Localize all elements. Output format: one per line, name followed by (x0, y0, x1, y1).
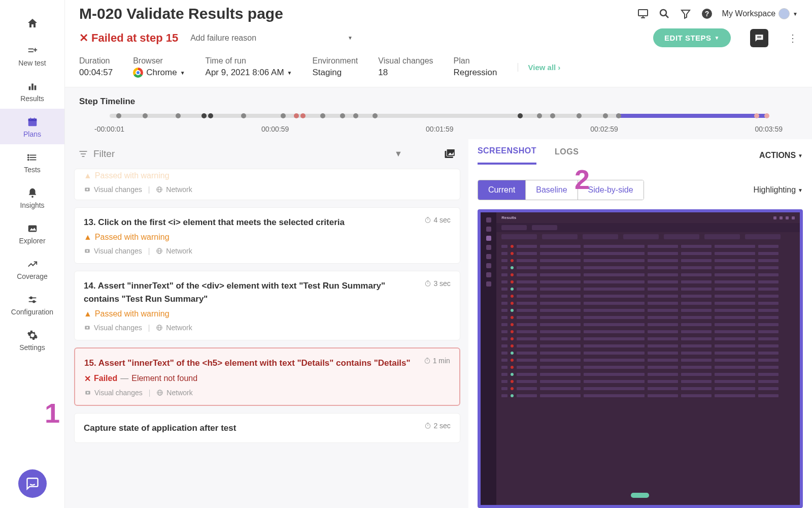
svg-point-14 (27, 155, 28, 156)
svg-point-27 (660, 10, 666, 16)
tab-logs[interactable]: LOGS (555, 147, 579, 164)
svg-line-28 (665, 15, 668, 18)
monitor-icon[interactable] (637, 8, 649, 20)
sidebar-item-tests[interactable]: Tests (0, 144, 64, 180)
gallery-icon[interactable] (443, 146, 457, 162)
network-link[interactable]: Network (156, 247, 192, 255)
plan-value: Regression (454, 68, 497, 78)
step-card[interactable]: ▲ Passed with warning Visual changes | N… (74, 169, 460, 200)
workspace-label: My Workspace (722, 9, 776, 18)
visual-changes-link[interactable]: Visual changes (84, 185, 142, 194)
visual-changes-link[interactable]: Visual changes (84, 247, 142, 255)
annotation-1: 1 (45, 397, 60, 429)
sidebar-item-results[interactable]: Results (0, 73, 64, 109)
warning-icon: ▲ (84, 309, 92, 319)
visual-changes-link[interactable]: Visual changes (84, 389, 143, 397)
gear-icon (27, 328, 38, 341)
caret-down-icon: ▼ (715, 35, 720, 41)
svg-point-57 (86, 327, 88, 329)
step-card-failed[interactable]: 15. Assert "innerText" of the <h5> eleme… (74, 347, 460, 406)
step-duration: 2 sec (424, 422, 450, 430)
network-link[interactable]: Network (156, 324, 192, 332)
workspace-picker[interactable]: My Workspace ▼ (722, 8, 798, 19)
x-icon: ✕ (79, 31, 88, 45)
svg-rect-8 (28, 119, 37, 121)
status-text: Failed at step 15 (91, 31, 178, 45)
sidebar-item-explorer[interactable]: Explorer (0, 215, 64, 251)
step-status-warn: ▲ Passed with warning (84, 309, 451, 319)
step-status-fail: ✕ Failed — Element not found (84, 374, 450, 384)
svg-text:?: ? (704, 10, 709, 18)
step-card[interactable]: 14. Assert "innerText" of the <div> elem… (74, 271, 460, 340)
step-duration: 4 sec (424, 216, 450, 224)
network-link[interactable]: Network (156, 185, 192, 194)
seg-baseline[interactable]: Baseline (526, 180, 578, 200)
visual-changes-link[interactable]: Visual changes (84, 324, 142, 332)
comments-button[interactable] (750, 29, 768, 47)
calendar-icon (27, 115, 38, 128)
caret-down-icon: ▼ (180, 70, 185, 76)
sidebar: New test Results Plans Tests Insights (0, 0, 65, 508)
help-icon[interactable]: ? (701, 8, 713, 20)
duration-value: 00:04:57 (79, 68, 113, 78)
screenshot-image[interactable]: Results (478, 209, 803, 508)
timeline-section: Step Timeline (65, 87, 812, 139)
step-duration: 3 sec (424, 279, 450, 288)
more-menu-button[interactable]: ⋮ (788, 32, 798, 44)
step-duration: 1 min (424, 357, 450, 365)
svg-rect-18 (28, 226, 37, 232)
x-icon: ✕ (84, 374, 91, 384)
browser-label: Browser (133, 56, 185, 66)
step-title: 13. Click on the first <i> element that … (84, 216, 419, 229)
sidebar-item-insights[interactable]: Insights (0, 180, 64, 215)
meta-row: Duration 00:04:57 Browser Chrome ▼ Time … (79, 56, 798, 87)
view-all-link[interactable]: View all › (518, 63, 561, 72)
timeline-bar[interactable] (110, 114, 767, 118)
bell-icon (27, 186, 38, 199)
actions-dropdown[interactable]: ACTIONS ▼ (759, 151, 803, 160)
step-status-warn: ▲ Passed with warning (84, 171, 451, 180)
timeline-title: Step Timeline (79, 97, 798, 107)
svg-point-41 (86, 188, 88, 190)
chat-widget[interactable] (18, 469, 47, 498)
svg-point-17 (31, 196, 33, 198)
sidebar-item-new-test[interactable]: New test (0, 38, 64, 73)
warning-icon: ▲ (84, 233, 92, 242)
browser-value[interactable]: Chrome ▼ (133, 68, 185, 78)
timeline-progress (616, 114, 767, 118)
sidebar-item-home[interactable] (0, 10, 64, 38)
time-value[interactable]: Apr 9, 2021 8:06 AM ▼ (206, 68, 292, 78)
list-icon (27, 150, 38, 164)
seg-current[interactable]: Current (478, 180, 526, 200)
sidebar-item-label: Configuration (11, 308, 53, 316)
sidebar-item-plans[interactable]: Plans (0, 109, 64, 144)
visual-value: 18 (378, 68, 433, 78)
tab-screenshot[interactable]: SCREENSHOT (478, 146, 536, 165)
caret-down-icon[interactable]: ▼ (394, 149, 402, 158)
caret-down-icon: ▼ (287, 70, 292, 76)
filter-icon[interactable] (680, 8, 692, 20)
step-title: 14. Assert "innerText" of the <div> elem… (84, 279, 419, 305)
highlighting-dropdown[interactable]: Highlighting ▼ (753, 185, 803, 195)
image-icon (27, 221, 38, 235)
steps-panel: Filter ▼ ▲ Passed with warning Vis (65, 139, 468, 508)
caret-down-icon: ▼ (798, 153, 803, 158)
network-link[interactable]: Network (156, 389, 192, 397)
time-label: Time of run (206, 56, 292, 66)
sidebar-item-settings[interactable]: Settings (0, 322, 64, 358)
svg-point-49 (86, 250, 88, 252)
edit-steps-button[interactable]: EDIT STEPS ▼ (653, 28, 731, 47)
svg-marker-29 (682, 10, 690, 18)
sidebar-item-configuration[interactable]: Configuration (0, 287, 64, 322)
search-icon[interactable] (658, 8, 670, 20)
svg-rect-4 (28, 86, 30, 90)
chrome-icon (133, 68, 143, 78)
step-card[interactable]: Capture state of application after test … (74, 413, 460, 443)
filter-input[interactable]: Filter (78, 148, 394, 160)
sidebar-item-label: New test (18, 59, 46, 67)
env-label: Environment (312, 56, 358, 66)
sidebar-item-coverage[interactable]: Coverage (0, 251, 64, 287)
add-failure-reason-dropdown[interactable]: Add failure reason ▼ (190, 34, 353, 43)
svg-point-53 (426, 281, 430, 286)
step-card[interactable]: 13. Click on the first <i> element that … (74, 207, 460, 264)
